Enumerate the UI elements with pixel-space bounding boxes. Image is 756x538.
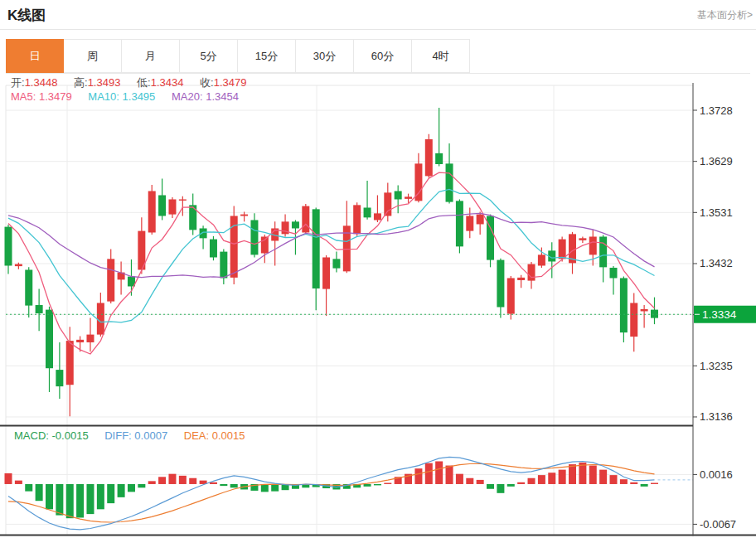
tab-period-2[interactable]: 月 [122,39,180,73]
tab-period-1[interactable]: 周 [64,39,122,73]
kline-widget: K线图 基本面分析> 日周月5分15分30分60分4时 开:1.3448 高:1… [0,0,756,538]
ma10-value: 1.3495 [123,90,156,103]
open-value: 1.3448 [25,76,58,89]
macd-histogram-layer [5,461,659,518]
macd-indicator-row: MACD: -0.0015 DIFF: 0.0007 DEA: 0.0015 [14,429,258,442]
ohlc-indicator-row: 开:1.3448 高:1.3493 低:1.3434 收:1.3479 [11,75,259,90]
svg-text:-0.0067: -0.0067 [700,518,736,531]
ma5-value: 1.3479 [39,90,72,103]
svg-text:1.3235: 1.3235 [700,360,733,372]
candles-layer [5,108,659,416]
ma20-label: MA20: [172,90,203,103]
dea-value: 0.0015 [212,429,245,442]
open-label: 开: [11,76,25,89]
ma10-line [8,189,655,322]
svg-text:1.3629: 1.3629 [700,155,733,167]
high-label: 高: [74,76,88,89]
current-price-badge: 1.3334 [694,306,756,323]
period-tabs: 日周月5分15分30分60分4时 [6,39,750,74]
svg-text:1.3136: 1.3136 [700,410,733,423]
svg-text:1.3728: 1.3728 [700,104,733,117]
tab-period-3[interactable]: 5分 [180,39,238,73]
dea-line [8,463,655,522]
diff-label: DIFF: [104,429,132,442]
close-value: 1.3479 [214,76,247,89]
dea-label: DEA: [184,429,209,442]
tab-period-5[interactable]: 30分 [296,39,354,73]
ma10-label: MA10: [88,90,119,103]
tab-period-7[interactable]: 4时 [412,39,470,73]
svg-text:1.3531: 1.3531 [700,206,733,219]
close-label: 收: [200,76,214,89]
diff-value: 0.0007 [134,429,167,442]
tab-period-6[interactable]: 60分 [354,39,412,73]
macd-value: -0.0015 [52,429,89,442]
high-value: 1.3493 [88,76,121,89]
svg-text:1.3432: 1.3432 [700,257,733,269]
tab-period-4[interactable]: 15分 [238,39,296,73]
low-value: 1.3434 [151,76,184,89]
ma-indicator-row: MA5: 1.3479 MA10: 1.3495 MA20: 1.3454 [11,90,252,103]
tab-period-0[interactable]: 日 [6,39,64,73]
ma20-value: 1.3454 [206,90,239,103]
low-label: 低: [137,76,151,89]
ma5-label: MA5: [11,90,36,103]
svg-text:1.3334: 1.3334 [702,308,737,321]
svg-text:0.0016: 0.0016 [700,468,733,481]
macd-label: MACD: [14,429,49,442]
